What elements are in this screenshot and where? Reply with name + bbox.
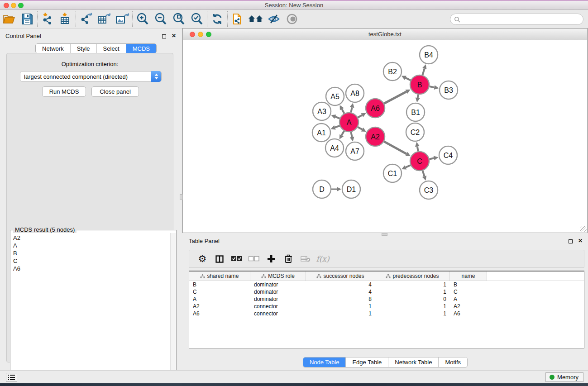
edge-C-C1[interactable] <box>406 165 411 167</box>
edge-A-A1[interactable] <box>335 126 339 128</box>
node-label-A4: A4 <box>330 144 339 152</box>
result-item[interactable]: B <box>11 249 170 257</box>
node-table[interactable]: shared name MCDS role successor nodes pr… <box>189 271 584 348</box>
zoom-selected-icon[interactable] <box>188 11 206 27</box>
edge-B-B1[interactable] <box>418 95 418 98</box>
network-graph[interactable]: B4B2BB3A8A5A6A3B1AA1C2A2A4A7C4CC1C3DD1 <box>183 40 587 233</box>
zoom-in-icon[interactable] <box>134 11 152 27</box>
delete-column-icon[interactable] <box>280 252 297 266</box>
tab-style[interactable]: Style <box>71 44 97 53</box>
edge-A-A4[interactable] <box>342 131 344 135</box>
result-list-scrollbar[interactable] <box>170 233 176 383</box>
close-panel-icon[interactable]: ✕ <box>172 33 176 39</box>
memory-button[interactable]: Memory <box>545 372 583 382</box>
node-label-B1: B1 <box>411 109 420 116</box>
split-columns-icon[interactable] <box>211 252 228 266</box>
function-builder-icon[interactable]: f(x) <box>314 252 331 266</box>
edge-C-C2[interactable] <box>417 147 418 152</box>
refresh-icon[interactable] <box>208 11 226 27</box>
task-history-button[interactable] <box>6 373 17 382</box>
edge-A6-B[interactable] <box>384 91 406 103</box>
result-item[interactable]: A6 <box>11 265 170 272</box>
node-label-C2: C2 <box>411 129 420 136</box>
network-from-document-icon[interactable] <box>229 11 247 27</box>
show-all-icon[interactable] <box>283 11 301 27</box>
run-mcds-button[interactable]: Run MCDS <box>42 86 86 97</box>
table-row[interactable]: B dominator 4 1 B <box>189 281 584 288</box>
tab-network-table[interactable]: Network Table <box>388 357 439 367</box>
node-label-C: C <box>417 157 422 165</box>
edge-A-A6[interactable] <box>358 115 362 118</box>
zoom-fit-icon[interactable] <box>170 11 188 27</box>
window-resize-grip[interactable] <box>580 226 587 232</box>
network-canvas[interactable]: B4B2BB3A8A5A6A3B1AA1C2A2A4A7C4CC1C3DD1 <box>183 40 587 233</box>
close-table-panel-icon[interactable]: ✕ <box>578 238 583 244</box>
result-item[interactable]: C <box>11 257 170 265</box>
mcds-result-title: MCDS result (5 nodes) <box>13 226 76 233</box>
delete-table-icon[interactable] <box>297 252 314 266</box>
open-session-icon[interactable] <box>0 11 18 27</box>
column-header-predecessor-nodes[interactable]: predecessor nodes <box>375 272 450 281</box>
network-window-titlebar[interactable]: testGlobe.txt <box>183 29 587 40</box>
table-row[interactable]: A dominator 8 0 A <box>189 295 584 303</box>
table-row[interactable]: A6 connector 1 1 A6 <box>189 310 584 317</box>
export-table-icon[interactable] <box>95 11 113 27</box>
tab-select[interactable]: Select <box>97 44 126 53</box>
close-panel-button[interactable]: Close panel <box>91 86 139 97</box>
add-column-icon[interactable] <box>263 252 280 266</box>
mcds-result-list[interactable]: A2 A B C A6 <box>11 234 170 383</box>
edge-A-A7[interactable] <box>351 132 352 137</box>
node-label-B2: B2 <box>388 68 397 76</box>
tab-motifs[interactable]: Motifs <box>439 357 467 367</box>
control-panel-tabs: Network Style Select MCDS <box>35 43 157 53</box>
optimization-criterion-select[interactable]: largest connected component (directed) <box>20 71 162 82</box>
table-row[interactable]: C dominator 4 1 C <box>189 288 584 295</box>
deselect-all-checkboxes-icon[interactable] <box>245 252 263 266</box>
first-neighbors-icon[interactable] <box>247 11 265 27</box>
tab-network[interactable]: Network <box>36 44 71 53</box>
column-header-shared-name[interactable]: shared name <box>189 272 250 281</box>
float-panel-icon[interactable] <box>162 33 166 40</box>
node-label-C1: C1 <box>388 170 397 177</box>
vertical-divider-grip[interactable] <box>180 194 183 200</box>
edge-C-C3[interactable] <box>423 171 425 176</box>
toolbar-separator <box>37 11 38 27</box>
edge-A-A8[interactable] <box>351 107 352 112</box>
edge-A-A5[interactable] <box>342 109 344 114</box>
node-label-A2: A2 <box>371 133 380 141</box>
settings-gear-icon[interactable]: ⚙ <box>194 252 211 266</box>
node-label-B3: B3 <box>444 86 453 94</box>
edge-A-A3[interactable] <box>335 117 340 119</box>
hide-selected-icon[interactable] <box>265 11 283 27</box>
import-network-icon[interactable] <box>38 11 57 27</box>
column-header-name[interactable]: name <box>450 272 487 281</box>
export-network-icon[interactable] <box>77 11 95 27</box>
memory-label: Memory <box>557 374 578 381</box>
tab-mcds[interactable]: MCDS <box>126 44 156 53</box>
edge-C-C4[interactable] <box>430 158 434 159</box>
column-header-successor-nodes[interactable]: successor nodes <box>306 272 375 281</box>
toolbar-separator <box>227 11 228 27</box>
result-item[interactable]: A2 <box>11 234 170 242</box>
save-session-icon[interactable] <box>18 11 36 27</box>
zoom-out-icon[interactable] <box>152 11 170 27</box>
edge-B-B4[interactable] <box>422 69 424 75</box>
edge-B-B2[interactable] <box>406 78 411 81</box>
tab-node-table[interactable]: Node Table <box>303 357 346 367</box>
column-header-mcds-role[interactable]: MCDS role <box>250 272 306 281</box>
arrowhead-B-B3 <box>434 85 439 90</box>
edge-B-B3[interactable] <box>430 86 435 87</box>
node-label-A5: A5 <box>330 93 339 100</box>
table-row[interactable]: A2 connector 1 1 A2 <box>189 303 584 310</box>
result-item[interactable]: A <box>11 242 170 249</box>
export-image-icon[interactable] <box>113 11 131 27</box>
edge-A-A2[interactable] <box>358 127 362 129</box>
edge-A2-C[interactable] <box>384 142 406 154</box>
tab-edge-table[interactable]: Edge Table <box>346 357 388 367</box>
select-all-checkboxes-icon[interactable] <box>228 252 245 266</box>
search-input[interactable] <box>460 15 583 24</box>
float-table-panel-icon[interactable] <box>569 238 573 245</box>
import-table-icon[interactable] <box>57 11 75 27</box>
search-field[interactable] <box>450 14 583 25</box>
arrowhead-B-B4 <box>422 64 427 69</box>
